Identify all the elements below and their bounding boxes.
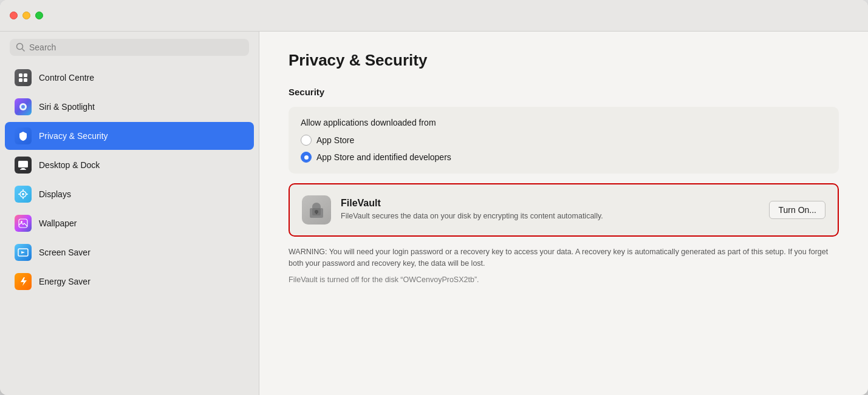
radio-circle-app-store-developers[interactable] [301, 152, 312, 163]
radio-group-download: App Store App Store and identified devel… [301, 135, 827, 163]
sidebar-item-wallpaper[interactable]: Wallpaper [5, 209, 254, 237]
close-button[interactable] [10, 12, 18, 19]
download-options-box: Allow applications downloaded from App S… [289, 107, 839, 174]
svg-point-17 [21, 221, 22, 223]
sidebar-item-label: Siri & Spotlight [39, 102, 95, 112]
search-icon [16, 42, 26, 52]
traffic-lights [10, 12, 43, 19]
sidebar-item-label: Privacy & Security [39, 131, 108, 141]
sidebar-item-privacy-security[interactable]: Privacy & Security [5, 122, 254, 150]
download-label: Allow applications downloaded from [301, 118, 827, 127]
svg-rect-21 [316, 212, 317, 214]
svg-line-1 [22, 49, 25, 52]
sidebar-item-control-centre[interactable]: Control Centre [5, 64, 254, 92]
radio-option-app-store-developers[interactable]: App Store and identified developers [301, 152, 827, 163]
sidebar-item-label: Desktop & Dock [39, 160, 100, 170]
filevault-title: FileVault [341, 198, 759, 209]
svg-point-12 [22, 193, 24, 195]
wallpaper-icon [15, 215, 32, 232]
sidebar-item-energy-saver[interactable]: Energy Saver [5, 268, 254, 295]
svg-rect-3 [24, 73, 27, 77]
sidebar-item-label: Displays [39, 189, 71, 199]
sidebar-item-siri-spotlight[interactable]: Siri & Spotlight [5, 93, 254, 121]
svg-rect-2 [19, 73, 22, 77]
sidebar-item-label: Screen Saver [39, 248, 91, 257]
page-title: Privacy & Security [289, 51, 839, 70]
svg-rect-5 [24, 78, 27, 82]
system-preferences-window: Control Centre Siri & Spotlight Privacy … [0, 0, 868, 395]
privacy-icon [15, 127, 32, 144]
siri-icon [15, 98, 32, 115]
displays-icon [15, 186, 32, 203]
filevault-icon [302, 195, 331, 225]
energy-icon [15, 273, 32, 290]
maximize-button[interactable] [35, 12, 43, 19]
turn-on-button[interactable]: Turn On... [769, 201, 825, 219]
radio-label-app-store: App Store [316, 135, 354, 145]
desktop-icon [15, 157, 32, 174]
filevault-warning: WARNING: You will need your login passwo… [289, 246, 839, 269]
title-bar [0, 0, 868, 32]
search-bar[interactable] [10, 39, 249, 56]
sidebar: Control Centre Siri & Spotlight Privacy … [0, 32, 259, 395]
filevault-content: FileVault FileVault secures the data on … [341, 198, 759, 222]
svg-rect-4 [19, 78, 22, 82]
sidebar-item-displays[interactable]: Displays [5, 180, 254, 208]
sidebar-item-label: Energy Saver [39, 277, 91, 286]
radio-circle-app-store[interactable] [301, 135, 312, 146]
sidebar-item-desktop-dock[interactable]: Desktop & Dock [5, 151, 254, 179]
minimize-button[interactable] [22, 12, 30, 19]
sidebar-item-screen-saver[interactable]: Screen Saver [5, 238, 254, 266]
search-input[interactable] [29, 42, 243, 52]
detail-panel: Privacy & Security Security Allow applic… [259, 32, 868, 395]
svg-point-0 [17, 44, 23, 50]
screensaver-icon [15, 244, 32, 261]
filevault-box: FileVault FileVault secures the data on … [289, 183, 839, 237]
filevault-status: FileVault is turned off for the disk “OW… [289, 275, 839, 284]
svg-rect-10 [20, 169, 26, 170]
svg-rect-8 [18, 161, 28, 167]
sidebar-item-label: Wallpaper [39, 218, 77, 228]
filevault-description: FileVault secures the data on your disk … [341, 211, 759, 222]
control-centre-icon [15, 69, 32, 86]
radio-label-app-store-developers: App Store and identified developers [316, 152, 451, 162]
main-content: Control Centre Siri & Spotlight Privacy … [0, 32, 868, 395]
sidebar-item-label: Control Centre [39, 73, 94, 83]
radio-option-app-store[interactable]: App Store [301, 135, 827, 146]
section-title-security: Security [289, 87, 839, 97]
svg-point-7 [21, 105, 25, 109]
